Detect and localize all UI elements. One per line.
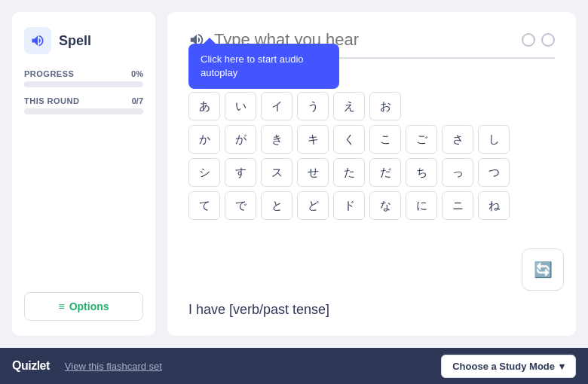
circle-indicators — [522, 33, 555, 47]
kana-btn[interactable]: ド — [333, 191, 365, 220]
quiz-area: Click here to start audio autoplay あ い イ… — [167, 12, 576, 336]
chevron-down-icon: ▾ — [559, 361, 565, 372]
options-icon: ≡ — [58, 300, 64, 312]
kana-btn[interactable]: ご — [406, 125, 437, 154]
kana-btn[interactable]: ど — [297, 191, 329, 220]
kana-btn[interactable]: さ — [442, 125, 473, 154]
kana-btn[interactable]: お — [369, 92, 401, 120]
quizlet-logo: Quizlet — [12, 359, 50, 373]
kana-btn[interactable]: に — [406, 191, 437, 220]
kana-row-3: シ す ス せ た だ ち っ つ — [188, 158, 555, 187]
recaptcha-badge[interactable]: 🔄 — [522, 248, 564, 291]
progress-bar-bg — [24, 81, 143, 87]
kana-btn[interactable]: と — [261, 191, 292, 220]
circle-1 — [522, 33, 535, 47]
tooltip-text: Click here to start audio autoplay — [201, 53, 304, 78]
kana-row-2: か が き キ く こ ご さ し — [188, 125, 555, 154]
hint-text: I have [verb/past tense] — [188, 294, 555, 318]
kana-row-4: て で と ど ド な に ニ ね — [188, 191, 555, 220]
kana-btn[interactable]: ね — [478, 191, 510, 220]
kana-btn[interactable]: ち — [406, 158, 437, 187]
kana-btn[interactable]: き — [261, 125, 292, 154]
options-label: Options — [69, 300, 109, 312]
progress-label: PROGRESS — [24, 69, 74, 78]
round-stat-row: THIS ROUND 0/7 — [24, 96, 143, 114]
kana-row-1: あ い イ う え お — [188, 92, 555, 120]
round-bar-bg — [24, 108, 143, 114]
circle-2 — [541, 33, 555, 47]
kana-btn[interactable]: い — [225, 92, 256, 120]
sidebar-title: Spell — [59, 33, 91, 49]
kana-btn[interactable]: な — [369, 191, 401, 220]
kana-btn[interactable]: せ — [297, 158, 329, 187]
kana-btn[interactable]: た — [333, 158, 365, 187]
kana-btn[interactable]: こ — [369, 125, 401, 154]
recaptcha-icon: 🔄 — [534, 261, 553, 279]
kana-btn[interactable]: キ — [297, 125, 329, 154]
kana-btn[interactable]: が — [225, 125, 256, 154]
kana-btn[interactable]: く — [333, 125, 365, 154]
kana-btn[interactable]: か — [188, 125, 220, 154]
speaker-icon — [24, 27, 51, 54]
kana-keyboard: あ い イ う え お か が き キ く こ ご さ し シ す ス — [188, 92, 555, 220]
kana-btn[interactable]: ス — [261, 158, 292, 187]
kana-btn[interactable]: し — [478, 125, 510, 154]
choose-study-label: Choose a Study Mode — [452, 361, 555, 372]
progress-value: 0% — [131, 69, 143, 78]
sidebar-title-row: Spell — [24, 27, 143, 54]
kana-btn[interactable]: っ — [442, 158, 473, 187]
stats-section: PROGRESS 0% THIS ROUND 0/7 — [24, 69, 143, 114]
kana-btn[interactable]: う — [297, 92, 329, 120]
options-button[interactable]: ≡ Options — [24, 292, 143, 321]
kana-btn[interactable]: え — [333, 92, 365, 120]
kana-btn[interactable]: て — [188, 191, 220, 220]
round-value: 0/7 — [132, 96, 143, 105]
bottom-bar: Quizlet View this flashcard set Choose a… — [0, 348, 588, 384]
view-flashcard-link[interactable]: View this flashcard set — [65, 361, 162, 372]
kana-btn[interactable]: ニ — [442, 191, 473, 220]
round-label: THIS ROUND — [24, 96, 79, 105]
sidebar: Spell PROGRESS 0% THIS ROUND 0/7 — [12, 12, 155, 336]
kana-btn[interactable]: で — [225, 191, 256, 220]
kana-btn[interactable]: シ — [188, 158, 220, 187]
kana-btn[interactable]: イ — [261, 92, 292, 120]
kana-btn[interactable]: す — [225, 158, 256, 187]
audio-autoplay-tooltip[interactable]: Click here to start audio autoplay — [188, 44, 339, 89]
choose-study-mode-button[interactable]: Choose a Study Mode ▾ — [441, 355, 576, 378]
kana-btn[interactable]: あ — [188, 92, 220, 120]
progress-stat-row: PROGRESS 0% — [24, 69, 143, 87]
kana-btn[interactable]: だ — [369, 158, 401, 187]
kana-btn[interactable]: つ — [478, 158, 510, 187]
